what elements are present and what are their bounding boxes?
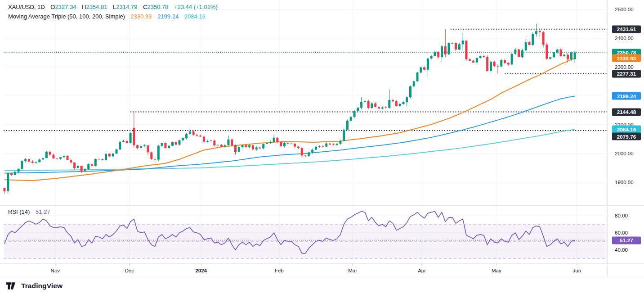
candle	[231, 140, 233, 145]
candle	[105, 154, 107, 160]
candle	[486, 57, 488, 71]
candle	[38, 159, 40, 162]
candle	[409, 86, 411, 97]
rsi-axis-label: 80.00	[615, 213, 628, 218]
candle	[213, 140, 215, 145]
candle	[392, 100, 394, 101]
candle	[4, 188, 6, 191]
candle	[133, 128, 135, 145]
tradingview-logo-icon[interactable]	[6, 282, 17, 289]
candle	[357, 108, 359, 111]
candle	[507, 63, 510, 64]
candle	[455, 43, 457, 50]
sma100-value: 2199.24	[157, 13, 179, 20]
candle	[329, 144, 331, 145]
candle	[130, 133, 132, 143]
price-axis-label: 2000.00	[615, 151, 634, 156]
candle	[385, 108, 387, 108]
ma-legend: Moving Average Triple (50, 100, 200, Sim…	[8, 13, 206, 20]
candle	[406, 97, 408, 102]
candle	[185, 134, 188, 138]
candle	[371, 104, 373, 108]
time-axis-label: May	[492, 268, 501, 273]
candle	[35, 162, 37, 163]
candle	[395, 101, 398, 106]
candle	[179, 140, 181, 145]
candle	[441, 46, 443, 57]
rsi-indicator-title: RSI (14)	[8, 208, 30, 215]
candle	[70, 160, 72, 163]
candle	[10, 173, 13, 175]
change-value: +23.44 (+1.01%)	[174, 4, 218, 10]
sma-50-line	[4, 58, 575, 181]
candle	[217, 145, 219, 145]
candle	[98, 159, 100, 159]
candle	[322, 146, 324, 146]
sma200-value: 2084.16	[184, 13, 206, 20]
candle	[374, 104, 376, 107]
candle	[220, 145, 223, 147]
time-axis-label: Nov	[51, 268, 60, 273]
candle	[210, 140, 212, 141]
candle	[381, 108, 384, 109]
candle	[308, 152, 310, 156]
candle	[539, 31, 541, 32]
candle	[192, 131, 195, 135]
symbol-title: XAU/USD, 1D	[8, 4, 45, 10]
candle	[63, 156, 65, 157]
rsi-axis-label: 60.00	[615, 230, 628, 235]
candle	[364, 101, 366, 102]
price-axis-label: 2500.00	[615, 7, 634, 12]
candle	[67, 156, 69, 160]
candle	[528, 42, 531, 45]
candle	[269, 142, 272, 143]
candle	[199, 136, 201, 136]
time-axis-label: Feb	[275, 268, 284, 273]
candle	[402, 102, 404, 104]
chart-canvas[interactable]	[0, 0, 644, 294]
ohlc-open-label: O	[50, 4, 55, 10]
candle	[469, 59, 471, 61]
candle	[378, 107, 380, 109]
ohlc-close-value: 2350.78	[147, 4, 168, 10]
candle	[24, 159, 27, 161]
candle	[315, 147, 317, 150]
candle	[259, 148, 261, 149]
candle	[196, 135, 198, 136]
candle	[108, 154, 111, 157]
candle	[112, 154, 114, 156]
candle	[157, 146, 160, 160]
candle	[451, 43, 453, 44]
candle	[532, 34, 534, 45]
candle	[553, 52, 555, 57]
price-axis-badge: 2084.16	[612, 126, 641, 133]
ohlc-close-label: C	[143, 4, 147, 10]
candle	[94, 159, 97, 166]
candle	[119, 142, 121, 149]
candle	[437, 52, 439, 57]
candle	[496, 66, 499, 66]
candle	[49, 152, 51, 154]
candle	[18, 169, 20, 172]
candle	[339, 141, 341, 144]
candle	[147, 145, 149, 152]
sma50-value: 2330.93	[131, 13, 152, 20]
candle	[444, 46, 447, 54]
candle	[490, 62, 492, 71]
candle	[301, 148, 303, 155]
ohlc-high-label: H	[82, 4, 86, 10]
candle	[518, 50, 520, 57]
candle	[574, 53, 576, 59]
candle	[297, 147, 300, 148]
candle	[493, 62, 496, 66]
footer-bar: TradingView	[0, 277, 644, 294]
candle	[136, 145, 139, 148]
candle	[416, 72, 419, 81]
candle	[504, 60, 506, 63]
tradingview-brand-text[interactable]: TradingView	[21, 282, 63, 290]
time-axis-label: Mar	[348, 268, 357, 273]
sma-200-line	[4, 129, 575, 171]
candle	[434, 52, 436, 56]
candle	[84, 169, 86, 171]
candle	[556, 50, 559, 52]
